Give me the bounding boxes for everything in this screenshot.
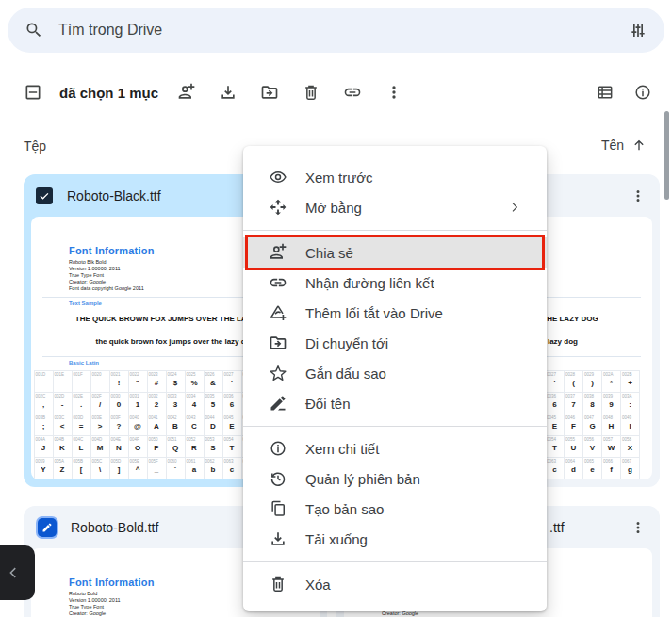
menu-item-rename[interactable]: Đổi tên [243,388,547,418]
character-cell: 0029) [583,371,602,393]
folder-move-icon [260,83,279,102]
get-link-button[interactable] [336,75,369,109]
context-menu: Xem trướcMở bằngChia sẻNhận đường liên k… [243,146,547,611]
character-cell: 0064d [565,458,583,479]
menu-item-label: Xóa [305,576,532,593]
previous-overlay-button[interactable] [0,545,35,600]
check-icon [38,189,51,203]
search-bar[interactable]: Tìm trong Drive [8,8,664,53]
kebab-icon [385,83,403,102]
folder-move-icon [269,333,287,352]
copy-icon [269,499,287,518]
character-cell: 0054T [546,436,565,458]
character-cell: 00311 [128,393,147,414]
character-cell: 002F/ [90,393,109,414]
search-icon [25,21,43,40]
info-icon [633,83,652,102]
character-cell: 0053S [204,436,222,458]
search-options-icon[interactable] [629,21,647,40]
character-cell: 0044D [204,414,222,436]
character-cell: 005D] [109,458,128,479]
view-list-button[interactable] [588,75,622,109]
character-cell: 0057W [602,436,621,458]
menu-item-details[interactable]: Xem chi tiết [243,433,547,463]
view-list-icon [596,83,615,102]
selected-checkbox[interactable] [36,187,53,204]
delete-button[interactable] [294,75,328,109]
open-with-icon [269,198,287,217]
character-cell: 002E. [72,393,90,414]
character-cell: 0022" [128,371,147,393]
character-cell: 0025% [185,371,204,393]
share-button[interactable] [170,75,204,109]
menu-divider [243,561,547,562]
character-cell: 0059Y [34,458,53,479]
drive-shortcut-icon [269,303,287,322]
character-cell: 005F_ [147,458,166,479]
character-cell: 0047G [583,414,602,436]
ttf-file-icon [38,518,57,537]
sort-ascending-icon [631,138,647,153]
character-cell: 0023# [147,371,166,393]
menu-item-download[interactable]: Tải xuống [243,524,547,554]
scrollbar-thumb[interactable] [664,111,669,200]
person-add-icon [177,83,196,102]
menu-item-get-link[interactable]: Nhận đường liên kết [243,268,547,298]
menu-item-add-shortcut[interactable]: Thêm lối tắt vào Drive [243,298,547,328]
character-cell: 0051Q [166,436,185,458]
menu-item-open-with[interactable]: Mở bằng [243,192,547,222]
character-cell: 0050P [147,436,166,458]
character-cell: 00377 [565,393,583,414]
character-cell: 001D [34,371,53,393]
trash-icon [269,575,287,593]
selection-toolbar: đã chọn 1 mục [16,73,660,111]
menu-item-star[interactable]: Gắn dấu sao [243,358,547,388]
character-cell: 00333 [166,393,185,414]
character-cell: 00344 [185,393,204,414]
menu-item-label: Quản lý phiên bản [305,471,532,487]
menu-item-share[interactable]: Chia sẻ [243,237,547,268]
character-cell: 003F? [109,414,128,436]
character-cell: 003A: [621,393,640,414]
more-actions-button[interactable] [377,75,411,109]
deselect-button[interactable] [16,75,50,109]
menu-item-move-to[interactable]: Di chuyển tới [243,328,547,358]
kebab-icon [630,187,647,204]
character-cell: 002D- [53,393,72,414]
move-button[interactable] [253,75,287,109]
deselect-icon [24,83,42,102]
selection-count-label: đã chọn 1 mục [59,85,158,101]
character-cell: 0052R [185,436,204,458]
font-info-line: Creator: Google [382,610,652,617]
character-cell: 0043C [185,414,204,436]
file-more-button[interactable] [626,184,650,208]
download-button[interactable] [211,75,245,109]
file-more-button[interactable] [626,515,650,540]
menu-item-preview[interactable]: Xem trước [243,162,547,192]
pencil-icon [269,394,287,413]
font-info-line: Creator: Google [69,610,320,617]
menu-item-make-copy[interactable]: Tạo bản sao [243,494,547,524]
character-cell: 003C< [53,414,72,436]
details-panel-button[interactable] [626,75,660,109]
chevron-right-icon [507,200,522,215]
eye-icon [269,168,287,187]
menu-item-label: Thêm lối tắt vào Drive [305,305,532,321]
character-cell: 0045E [546,414,565,436]
character-cell: 0049I [621,414,640,436]
character-cell: 0042B [166,414,185,436]
menu-item-label: Tải xuống [305,531,532,547]
sort-by-name-control[interactable]: Tên [601,138,647,153]
character-cell: 00388 [583,393,602,414]
character-cell: 001F [72,371,90,393]
character-cell: 003E> [90,414,109,436]
menu-item-delete[interactable]: Xóa [243,569,547,599]
menu-item-versions[interactable]: Quản lý phiên bản [243,463,547,494]
character-cell: 004AJ [34,436,53,458]
menu-item-label: Chia sẻ [305,245,532,261]
menu-item-label: Nhận đường liên kết [305,275,532,291]
character-cell: 00366 [546,393,565,414]
menu-item-label: Mở bằng [305,200,532,216]
character-cell: 0056V [583,436,602,458]
character-cell: 0020 [90,371,109,393]
